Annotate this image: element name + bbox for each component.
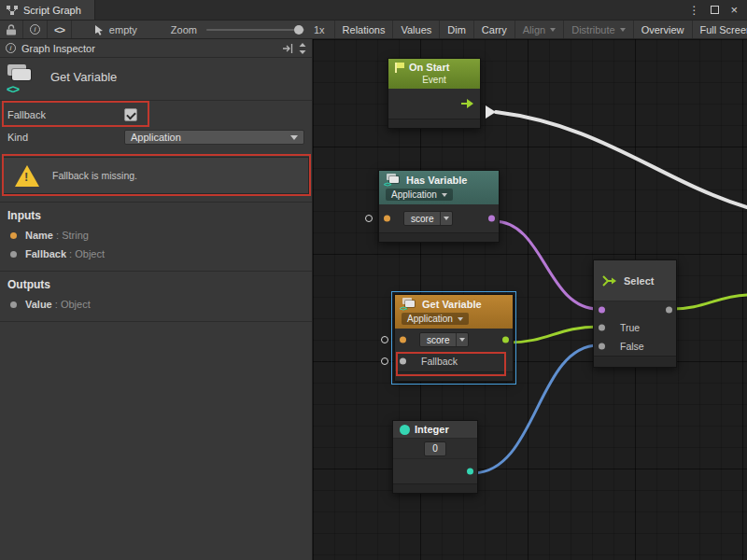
- kind-dropdown[interactable]: Application: [386, 189, 453, 201]
- dim-button[interactable]: Dim: [439, 21, 473, 38]
- scroll-arrows-icon[interactable]: [299, 43, 306, 54]
- code-preview-button[interactable]: <>: [48, 21, 72, 38]
- variable-name-field[interactable]: score: [403, 211, 453, 226]
- integer-icon: [400, 425, 410, 435]
- close-icon[interactable]: ×: [730, 3, 738, 17]
- fallback-port-label: Fallback: [421, 356, 458, 367]
- dock-icon[interactable]: [283, 44, 293, 53]
- panel-title: Graph Inspector: [21, 43, 95, 54]
- name-input-port[interactable]: [384, 216, 390, 222]
- align-button[interactable]: Align: [514, 21, 563, 38]
- graph-toolbar: i <> empty Zoom 1x Relations Values Dim …: [0, 21, 747, 39]
- fallback-option-row: Fallback: [0, 103, 312, 127]
- lock-button[interactable]: [0, 21, 23, 38]
- node-title: On Start: [409, 62, 449, 73]
- chevron-down-icon: [290, 135, 298, 140]
- node-title: Select: [624, 275, 654, 287]
- node-subtitle: Event: [388, 75, 480, 89]
- lock-icon: [7, 24, 16, 35]
- full-screen-button[interactable]: Full Screen: [692, 21, 747, 38]
- variables-icon: <>: [7, 64, 39, 94]
- kind-label: Kind: [7, 132, 124, 143]
- port-dot: [10, 232, 17, 239]
- output-row-value: Value : Object: [0, 295, 312, 314]
- warning-text: Fallback is missing.: [52, 170, 137, 181]
- chevron-down-icon: [458, 317, 463, 321]
- select-icon: [602, 273, 617, 288]
- true-port-label: True: [620, 322, 640, 333]
- false-port-label: False: [620, 341, 644, 352]
- warning-icon: [15, 165, 39, 187]
- unconnected-port-ring: [381, 357, 388, 365]
- carry-button[interactable]: Carry: [473, 21, 514, 38]
- node-select[interactable]: Select True False: [593, 259, 677, 368]
- node-title: Get Variable: [422, 299, 482, 310]
- flag-icon: [395, 63, 404, 73]
- unconnected-port-ring: [365, 215, 373, 222]
- overview-button[interactable]: Overview: [633, 21, 692, 38]
- port-dot: [10, 301, 17, 308]
- chevron-down-icon: [550, 28, 556, 32]
- inputs-heading: Inputs: [0, 203, 312, 226]
- value-output-port[interactable]: [502, 337, 509, 343]
- node-get-variable[interactable]: <> Get Variable Application score Fallba…: [394, 294, 514, 382]
- outputs-heading: Outputs: [0, 272, 312, 295]
- unit-title: Get Variable: [50, 64, 117, 84]
- script-graph-icon: [7, 5, 18, 16]
- node-on-start[interactable]: On Start Event: [388, 58, 481, 129]
- condition-input-port[interactable]: [599, 307, 605, 314]
- info-icon: i: [30, 24, 40, 35]
- wire-select-output: [671, 295, 747, 309]
- relations-button[interactable]: Relations: [334, 21, 393, 38]
- values-button[interactable]: Values: [392, 21, 439, 38]
- maximize-icon[interactable]: [711, 6, 719, 14]
- selection-output-port[interactable]: [666, 307, 672, 314]
- integer-value-field[interactable]: 0: [424, 441, 446, 456]
- window-title: Script Graph: [23, 5, 81, 16]
- warning-box: Fallback is missing.: [3, 157, 309, 194]
- unconnected-port-ring: [381, 336, 388, 343]
- unit-title-block: <> Get Variable: [0, 58, 312, 101]
- fallback-input-port[interactable]: [400, 358, 406, 365]
- node-integer[interactable]: Integer 0: [392, 420, 478, 494]
- wire-true-value: [508, 327, 599, 343]
- result-output-port[interactable]: [488, 216, 495, 222]
- pointer-icon: [94, 24, 104, 35]
- node-has-variable[interactable]: <> Has Variable Application score: [378, 170, 500, 243]
- distribute-button[interactable]: Distribute: [563, 21, 632, 38]
- graph-inspector-header: i Graph Inspector: [0, 39, 312, 58]
- kind-dropdown[interactable]: Application: [124, 130, 304, 145]
- zoom-value: 1x: [314, 24, 325, 35]
- kind-option-row: Kind Application: [0, 127, 312, 147]
- fallback-label: Fallback: [7, 109, 124, 120]
- chevron-down-icon: [620, 28, 626, 32]
- true-input-port[interactable]: [599, 325, 605, 331]
- control-output-port[interactable]: [461, 99, 473, 108]
- menu-icon[interactable]: ⋮: [688, 4, 699, 17]
- titlebar: Script Graph ⋮ ×: [0, 0, 747, 21]
- port-dot: [10, 251, 17, 258]
- inspect-button[interactable]: i: [23, 21, 48, 38]
- fallback-checkbox[interactable]: [124, 108, 137, 121]
- name-input-port[interactable]: [400, 337, 406, 343]
- input-row-name: Name : String: [0, 226, 312, 245]
- integer-output-port[interactable]: [467, 469, 473, 475]
- zoom-label: Zoom: [171, 24, 197, 35]
- input-row-fallback: Fallback : Object: [0, 245, 312, 263]
- code-icon: <>: [54, 24, 64, 35]
- wire-arrow-icon: [486, 105, 496, 119]
- tab-script-graph[interactable]: Script Graph: [0, 0, 95, 20]
- graph-canvas[interactable]: On Start Event <> Has Variable Applicati…: [313, 39, 747, 560]
- wires-layer: [313, 39, 747, 560]
- false-input-port[interactable]: [599, 343, 605, 350]
- graph-inspector-panel: i Graph Inspector <> Get Variable Fallba…: [0, 39, 313, 560]
- variables-icon: <>: [402, 298, 417, 310]
- variable-name-field[interactable]: score: [419, 332, 469, 347]
- node-title: Has Variable: [406, 175, 467, 186]
- selection-status: empty: [109, 24, 137, 35]
- zoom-slider-handle[interactable]: [294, 25, 303, 35]
- zoom-slider[interactable]: [206, 29, 304, 31]
- kind-dropdown[interactable]: Application: [402, 313, 469, 325]
- wire-control: [496, 112, 747, 207]
- node-title: Integer: [415, 424, 449, 435]
